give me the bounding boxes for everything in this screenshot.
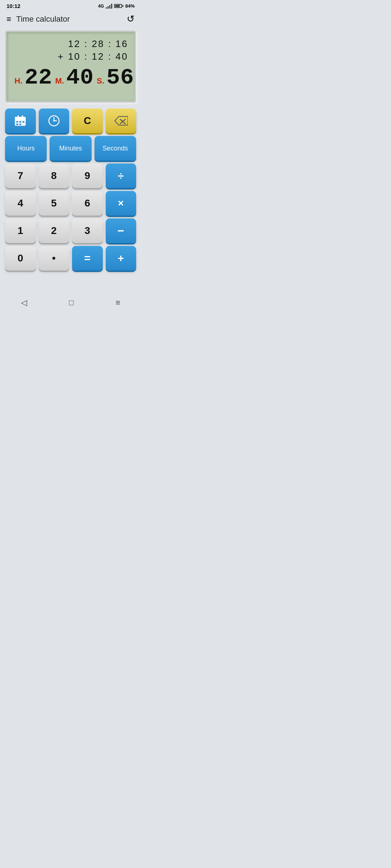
seconds-button[interactable]: Seconds (94, 136, 136, 161)
svg-rect-4 (16, 121, 18, 123)
btn-0-label: 0 (17, 252, 23, 264)
minutes-result: M. 40 (55, 67, 94, 89)
btn-2[interactable]: 2 (39, 218, 70, 243)
btn-add[interactable]: + (106, 246, 136, 271)
hours-button[interactable]: Hours (5, 136, 47, 161)
signal-icon (106, 4, 112, 9)
menu-button[interactable]: ≡ (7, 15, 11, 23)
clear-label: C (84, 115, 91, 127)
app-title: Time calculator (16, 14, 70, 24)
btn-3[interactable]: 3 (72, 218, 103, 243)
svg-rect-8 (20, 124, 21, 125)
seconds-result: S. 56 (97, 67, 134, 89)
navigation-bar: ◁ □ ≡ (0, 293, 141, 311)
seconds-value: 56 (106, 67, 134, 89)
keypad-row1: C (5, 109, 136, 133)
svg-rect-1 (15, 117, 26, 120)
btn-dot-label: • (52, 252, 56, 264)
svg-rect-6 (22, 121, 24, 123)
btn-divide-label: ÷ (118, 170, 124, 182)
nav-back-button[interactable]: ◁ (21, 298, 27, 307)
btn-7-label: 7 (17, 170, 23, 182)
history-button[interactable]: ↺ (127, 13, 135, 25)
btn-2-label: 2 (51, 225, 57, 237)
btn-subtract-label: − (117, 224, 124, 238)
btn-3-label: 3 (84, 225, 90, 237)
calculator-display: 12 : 28 : 16 + 10 : 12 : 40 H. 22 M. 40 … (5, 30, 136, 103)
keypad-row5: 1 2 3 − (5, 218, 136, 243)
svg-rect-5 (20, 121, 21, 123)
btn-dot[interactable]: • (39, 246, 70, 271)
minutes-label: M. (55, 76, 64, 86)
signal-label: 4G (98, 4, 104, 9)
btn-4[interactable]: 4 (5, 191, 36, 216)
nav-menu-button[interactable]: ≡ (115, 298, 120, 307)
btn-equals-label: = (84, 252, 91, 264)
btn-multiply[interactable]: × (106, 191, 136, 216)
btn-5[interactable]: 5 (39, 191, 70, 216)
status-time: 10:12 (7, 3, 20, 9)
btn-equals[interactable]: = (72, 246, 103, 271)
keypad-row3: 7 8 9 ÷ (5, 163, 136, 188)
btn-6[interactable]: 6 (72, 191, 103, 216)
battery-icon (114, 4, 123, 8)
seconds-label: S. (97, 76, 104, 86)
display-line2: + 10 : 12 : 40 (58, 51, 128, 62)
battery-percent: 84% (125, 3, 135, 9)
svg-rect-3 (22, 115, 23, 118)
backspace-button[interactable] (106, 109, 136, 133)
svg-rect-7 (16, 124, 18, 125)
top-bar-left: ≡ Time calculator (7, 14, 70, 24)
keypad-row2: Hours Minutes Seconds (5, 136, 136, 161)
btn-8-label: 8 (51, 170, 57, 182)
keypad-row4: 4 5 6 × (5, 191, 136, 216)
hours-label: H. (14, 76, 22, 86)
display-lines: 12 : 28 : 16 + 10 : 12 : 40 (13, 38, 128, 62)
btn-multiply-label: × (118, 197, 124, 209)
svg-point-12 (53, 120, 55, 122)
minutes-value: 40 (66, 67, 94, 89)
clock-icon (47, 114, 60, 127)
svg-rect-2 (17, 115, 19, 118)
btn-0[interactable]: 0 (5, 246, 36, 271)
clear-button[interactable]: C (72, 109, 103, 133)
btn-1[interactable]: 1 (5, 218, 36, 243)
btn-6-label: 6 (84, 197, 90, 209)
btn-9-label: 9 (84, 170, 90, 182)
calendar-icon (14, 114, 27, 127)
btn-5-label: 5 (51, 197, 57, 209)
btn-8[interactable]: 8 (39, 163, 70, 188)
btn-1-label: 1 (17, 225, 23, 237)
btn-add-label: + (118, 252, 124, 264)
btn-7[interactable]: 7 (5, 163, 36, 188)
top-bar: ≡ Time calculator ↺ (0, 10, 141, 28)
clock-button[interactable] (39, 109, 70, 133)
display-line1: 12 : 28 : 16 (68, 38, 128, 50)
btn-divide[interactable]: ÷ (106, 163, 136, 188)
status-right: 4G 84% (98, 3, 135, 9)
keypad-row6: 0 • = + (5, 246, 136, 271)
nav-home-button[interactable]: □ (69, 298, 73, 307)
display-result: H. 22 M. 40 S. 56 (13, 67, 128, 89)
btn-9[interactable]: 9 (72, 163, 103, 188)
hours-result: H. 22 (14, 67, 52, 89)
minutes-button[interactable]: Minutes (50, 136, 91, 161)
btn-4-label: 4 (17, 197, 23, 209)
minutes-button-label: Minutes (59, 145, 82, 152)
keypad: C Hours Minutes Seconds 7 8 (0, 106, 141, 273)
seconds-button-label: Seconds (102, 145, 128, 152)
calendar-button[interactable] (5, 109, 36, 133)
hours-button-label: Hours (17, 145, 35, 152)
hours-value: 22 (25, 67, 52, 89)
status-bar: 10:12 4G 84% (0, 0, 141, 10)
backspace-icon (114, 116, 128, 126)
btn-subtract[interactable]: − (106, 218, 136, 243)
